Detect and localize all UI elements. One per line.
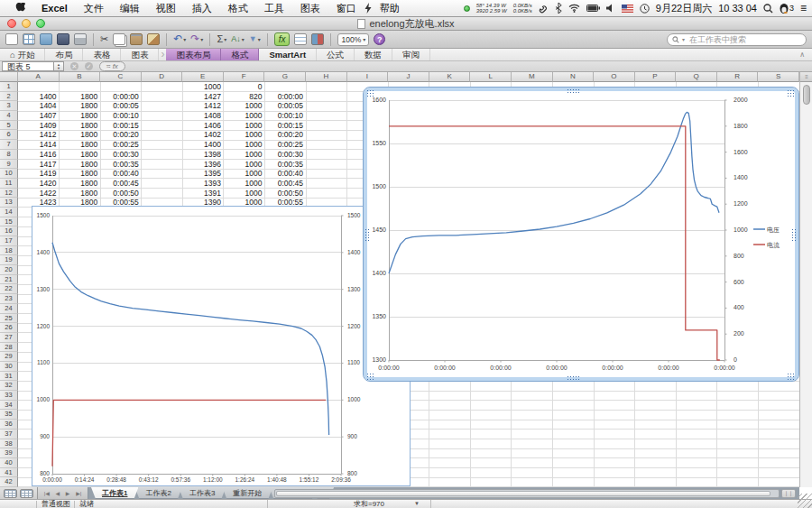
vertical-scroll-thumb[interactable] <box>803 85 810 105</box>
cell-G7[interactable]: 0:00:25 <box>264 140 306 150</box>
cell-G12[interactable]: 0:00:50 <box>264 189 306 199</box>
cell-G10[interactable]: 0:00:40 <box>264 169 306 179</box>
cell-E10[interactable]: 1395 <box>182 169 224 179</box>
cell-C8[interactable]: 0:00:30 <box>100 150 142 160</box>
cell-A3[interactable]: 1404 <box>18 101 60 111</box>
new-document-button[interactable] <box>5 33 18 45</box>
name-box-stepper[interactable]: ▲▼ <box>54 61 64 71</box>
monitor-status-icon[interactable] <box>464 5 470 12</box>
sort-button[interactable]: A↓▾ <box>231 33 245 45</box>
selection-handle-bottom-left[interactable] <box>366 373 374 380</box>
menu-item-chart[interactable]: 图表 <box>292 0 328 16</box>
sheet-tab-3[interactable]: 工作表3 <box>179 487 226 499</box>
redo-button[interactable]: ↷▾ <box>190 33 203 45</box>
cell-F11[interactable]: 1000 <box>224 179 265 189</box>
aggregate-box[interactable]: 求和=970 ▼ <box>267 500 431 508</box>
cell-B9[interactable]: 1800 <box>60 160 101 170</box>
menu-item-view[interactable]: 视图 <box>148 0 184 16</box>
cell-E12[interactable]: 1391 <box>182 189 224 199</box>
cell-B6[interactable]: 1800 <box>60 130 101 140</box>
menubar-time[interactable]: 10 33 04 <box>718 3 757 14</box>
cell-C11[interactable]: 0:00:45 <box>100 179 142 189</box>
cell-E5[interactable]: 1406 <box>182 121 224 131</box>
cell-E3[interactable]: 1412 <box>182 101 224 111</box>
cell-C2[interactable]: 0:00:00 <box>100 92 142 102</box>
cell-G11[interactable]: 0:00:45 <box>264 179 306 189</box>
search-input[interactable] <box>687 34 787 45</box>
sheet-search-box[interactable]: ▾ <box>667 33 807 46</box>
autosum-button[interactable]: Σ▾ <box>217 33 226 45</box>
page-layout-view-button[interactable] <box>20 489 33 498</box>
cut-button[interactable]: ✂ <box>100 33 108 45</box>
template-gallery-button[interactable] <box>23 33 35 45</box>
menu-item-file[interactable]: 文件 <box>76 0 112 16</box>
volume-icon[interactable] <box>606 4 615 13</box>
next-sheet-icon[interactable]: ▶ <box>66 490 70 496</box>
cell-G8[interactable]: 0:00:30 <box>264 150 306 160</box>
cell-F10[interactable]: 1000 <box>224 169 265 179</box>
selection-handle-top-right[interactable] <box>787 89 794 97</box>
notebook-view-button[interactable] <box>294 33 307 45</box>
ribbon-tab-review[interactable]: 审阅 <box>392 49 430 60</box>
cell-F9[interactable]: 1000 <box>224 160 265 170</box>
undo-button[interactable]: ↶▾ <box>173 33 186 45</box>
cell-C5[interactable]: 0:00:15 <box>100 121 142 131</box>
formula-builder-button[interactable]: fx <box>274 32 291 46</box>
menu-item-window[interactable]: 窗口 <box>328 0 364 16</box>
filter-button[interactable]: ▼▾ <box>249 33 261 45</box>
prev-sheet-icon[interactable]: ◀ <box>56 490 60 496</box>
cell-A2[interactable]: 1400 <box>18 92 60 102</box>
media-browser-button[interactable] <box>311 33 324 45</box>
cell-C10[interactable]: 0:00:40 <box>100 169 142 179</box>
cell-C3[interactable]: 0:00:05 <box>100 101 142 111</box>
battery-icon[interactable] <box>586 5 600 12</box>
cell-B7[interactable]: 1800 <box>60 140 101 150</box>
selection-handle-bottom-right[interactable] <box>787 373 794 380</box>
cell-B2[interactable]: 1800 <box>60 92 101 102</box>
apple-menu-icon[interactable] <box>7 3 33 14</box>
split-handle-icon[interactable]: ≡ <box>800 72 812 82</box>
selection-handle-top[interactable] <box>567 88 579 93</box>
cell-B10[interactable]: 1800 <box>60 169 101 179</box>
time-machine-icon[interactable] <box>640 4 650 14</box>
cell-G2[interactable]: 0:00:00 <box>264 92 306 102</box>
charge-chart-object-selected[interactable]: 1600155015001450140013501300200018001600… <box>363 87 799 382</box>
cell-G6[interactable]: 0:00:20 <box>264 130 306 140</box>
ribbon-collapse-icon[interactable]: ∧ <box>799 49 812 60</box>
first-sheet-icon[interactable]: |◀ <box>44 490 50 496</box>
selection-handle-right[interactable] <box>791 228 796 241</box>
cell-B8[interactable]: 1800 <box>60 150 101 160</box>
input-language-flag-icon[interactable] <box>622 5 633 13</box>
cell-B11[interactable]: 1800 <box>60 179 101 189</box>
cell-G5[interactable]: 0:00:15 <box>264 121 306 131</box>
cell-E11[interactable]: 1393 <box>182 179 224 189</box>
copy-button[interactable] <box>113 33 125 45</box>
ribbon-tab-layout[interactable]: 布局 <box>45 49 83 60</box>
ribbon-tab-chart-layout[interactable]: 图表布局 <box>166 49 221 60</box>
ribbon-tab-smartart[interactable]: SmartArt <box>259 49 317 60</box>
name-box[interactable]: 图表 5 <box>2 61 54 71</box>
help-button[interactable]: ? <box>374 33 385 45</box>
cell-A11[interactable]: 1420 <box>18 179 60 189</box>
cell-B4[interactable]: 1800 <box>60 111 101 121</box>
cell-F2[interactable]: 820 <box>224 92 265 102</box>
aggregate-menu-icon[interactable]: ▼ <box>414 500 420 508</box>
cell-A6[interactable]: 1412 <box>18 130 60 140</box>
cell-G3[interactable]: 0:00:05 <box>264 101 306 111</box>
paste-button[interactable] <box>130 33 143 45</box>
ribbon-tab-home[interactable]: ⌂ 开始 <box>0 49 45 60</box>
cell-F7[interactable]: 1000 <box>224 140 265 150</box>
cell-F4[interactable]: 1000 <box>224 111 265 121</box>
cell-A9[interactable]: 1417 <box>18 160 60 170</box>
last-sheet-icon[interactable]: ▶| <box>76 490 81 496</box>
cell-E7[interactable]: 1400 <box>182 140 224 150</box>
normal-view-button[interactable] <box>4 489 17 498</box>
confirm-entry-button[interactable]: ✓ <box>85 62 93 70</box>
cell-C9[interactable]: 0:00:35 <box>100 160 142 170</box>
cell-E6[interactable]: 1402 <box>182 130 224 140</box>
ribbon-tab-tables[interactable]: 表格 <box>83 49 121 60</box>
cell-A8[interactable]: 1416 <box>18 150 60 160</box>
cell-C12[interactable]: 0:00:50 <box>100 189 142 199</box>
save-button[interactable] <box>57 33 69 45</box>
cell-F8[interactable]: 1000 <box>224 150 265 160</box>
